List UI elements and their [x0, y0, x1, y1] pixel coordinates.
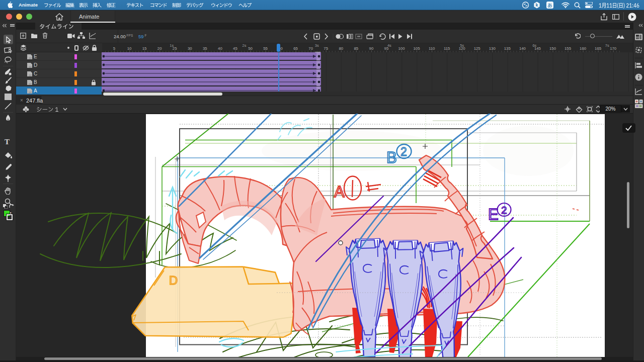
svg-text:3s: 3s — [315, 43, 319, 48]
svg-text:115: 115 — [444, 46, 450, 51]
svg-text:155: 155 — [565, 46, 572, 51]
svg-text:130: 130 — [489, 46, 496, 51]
svg-text:125: 125 — [474, 46, 481, 51]
svg-text:165: 165 — [595, 46, 602, 51]
svg-text:15: 15 — [142, 46, 147, 51]
svg-text:170: 170 — [610, 46, 617, 51]
svg-text:150: 150 — [549, 46, 556, 51]
svg-text:35: 35 — [203, 46, 207, 51]
svg-text:135: 135 — [504, 46, 511, 51]
svg-text:6s: 6s — [532, 43, 536, 48]
svg-text:2s: 2s — [243, 43, 247, 48]
svg-text:110: 110 — [429, 46, 435, 51]
svg-text:D: D — [169, 274, 178, 287]
svg-text:5s: 5s — [460, 43, 464, 48]
svg-text:140: 140 — [519, 46, 526, 51]
svg-text:B: B — [386, 149, 397, 166]
svg-text:80: 80 — [339, 46, 343, 51]
svg-text:2: 2 — [400, 145, 407, 158]
svg-text:1s: 1s — [170, 43, 174, 48]
svg-text:7s: 7s — [605, 43, 609, 48]
svg-text:85: 85 — [354, 46, 358, 51]
svg-text:45: 45 — [233, 46, 237, 51]
svg-text:30: 30 — [188, 46, 192, 51]
svg-text:100: 100 — [398, 46, 405, 51]
svg-text:A: A — [334, 183, 345, 201]
svg-text:E: E — [488, 206, 499, 223]
svg-text:65: 65 — [293, 46, 298, 51]
svg-text:75: 75 — [324, 46, 328, 51]
svg-text:40: 40 — [218, 46, 222, 51]
svg-text:50: 50 — [248, 46, 253, 51]
svg-text:105: 105 — [413, 46, 420, 51]
svg-text:4s: 4s — [387, 43, 391, 48]
svg-text:90: 90 — [369, 46, 374, 51]
svg-text:2: 2 — [501, 204, 507, 216]
svg-text:70: 70 — [308, 46, 313, 51]
svg-text:10: 10 — [127, 46, 132, 51]
svg-text:5: 5 — [113, 46, 116, 51]
svg-text:20: 20 — [157, 46, 162, 51]
svg-text:160: 160 — [580, 46, 587, 51]
svg-text:55: 55 — [263, 46, 268, 51]
